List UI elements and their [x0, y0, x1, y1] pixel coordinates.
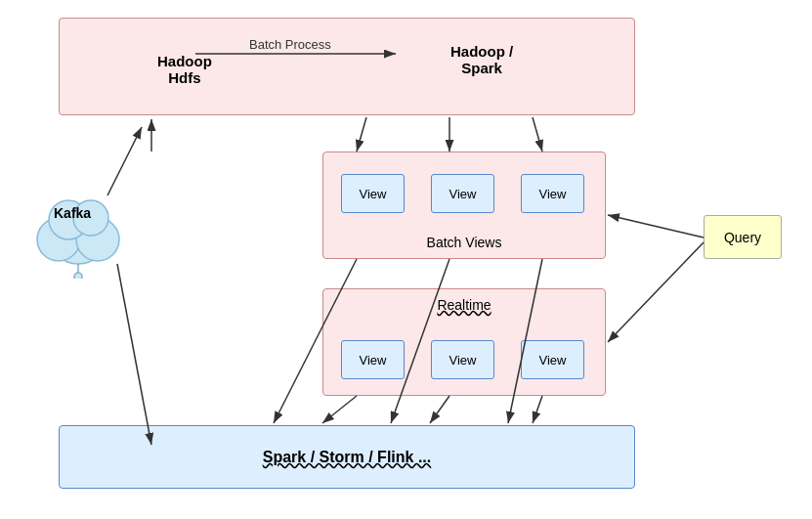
realtime-label: Realtime [323, 297, 605, 313]
batch-view-2: View [431, 174, 494, 213]
svg-line-24 [608, 242, 704, 342]
hadoop-spark-label: Hadoop / Spark [450, 43, 513, 76]
svg-point-6 [74, 273, 82, 279]
realtime-view-2: View [431, 340, 494, 379]
svg-line-20 [533, 396, 542, 423]
batch-view-3: View [521, 174, 584, 213]
batch-views-box: View View View Batch Views [322, 151, 606, 259]
diagram-container: Hadoop Hdfs Hadoop / Spark View View Vie… [0, 0, 812, 519]
svg-line-14 [533, 117, 542, 151]
spark-storm-flink-box: Spark / Storm / Flink ... [59, 425, 635, 489]
svg-line-19 [430, 396, 449, 423]
query-box: Query [704, 215, 782, 259]
svg-line-23 [608, 215, 704, 238]
realtime-view-3: View [521, 340, 584, 379]
batch-view-1: View [341, 174, 405, 213]
kafka-cloud-shape [24, 181, 151, 279]
batch-views-label: Batch Views [323, 235, 605, 250]
realtime-view-1: View [341, 340, 405, 379]
top-processing-box: Hadoop Hdfs Hadoop / Spark [59, 18, 635, 115]
svg-line-21 [117, 264, 151, 445]
realtime-box: Realtime View View View [322, 288, 606, 396]
hadoop-hdfs-label: Hadoop Hdfs [157, 53, 212, 86]
svg-line-12 [357, 117, 366, 151]
svg-line-18 [322, 396, 357, 423]
kafka-label: Kafka [54, 205, 91, 221]
